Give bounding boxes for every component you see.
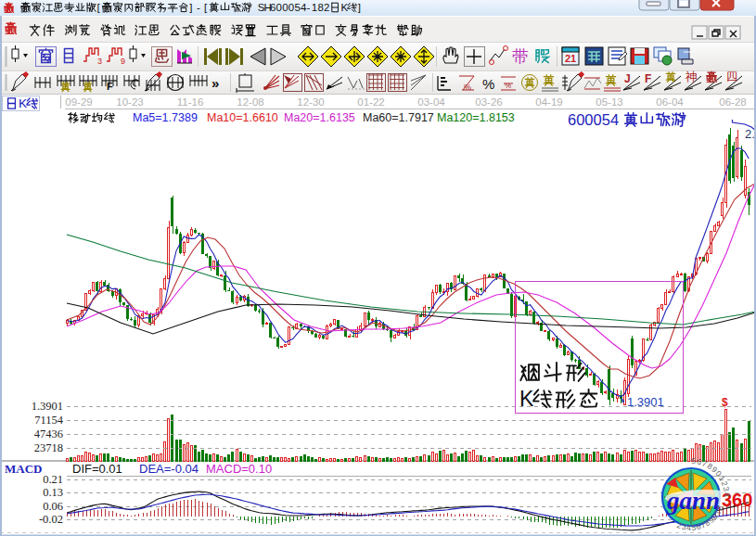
svg-text:12-30: 12-30 xyxy=(297,96,324,108)
svg-text:Ma60=1.7917: Ma60=1.7917 xyxy=(363,111,434,124)
svg-text:1.3901: 1.3901 xyxy=(32,400,63,413)
svg-text:DEA=-0.04: DEA=-0.04 xyxy=(139,462,199,476)
svg-text:$: $ xyxy=(722,396,728,409)
svg-text:05-13: 05-13 xyxy=(596,96,622,108)
svg-text:神: 神 xyxy=(685,70,698,83)
svg-text:1.3901: 1.3901 xyxy=(627,395,664,409)
svg-text:01-22: 01-22 xyxy=(357,96,384,108)
svg-text:10-23: 10-23 xyxy=(116,96,143,108)
svg-text:21: 21 xyxy=(565,53,576,64)
svg-text:[: [ xyxy=(204,2,208,13)
svg-text:Ma20=1.6135: Ma20=1.6135 xyxy=(284,111,355,124)
svg-text:23718: 23718 xyxy=(34,441,63,454)
svg-text:%: % xyxy=(464,83,471,92)
svg-text:DIF=0.01: DIF=0.01 xyxy=(72,462,122,476)
svg-text:J: J xyxy=(624,72,631,85)
svg-text:K: K xyxy=(340,2,348,13)
svg-text:-: - xyxy=(197,2,200,13)
svg-text:03-04: 03-04 xyxy=(417,96,445,108)
svg-text:06-04: 06-04 xyxy=(656,96,684,108)
svg-text:567890123456: 567890123456 xyxy=(0,0,732,498)
svg-text:71154: 71154 xyxy=(34,414,64,427)
svg-text:]: ] xyxy=(358,2,361,13)
svg-text:0: 0 xyxy=(288,2,294,13)
svg-text:0: 0 xyxy=(276,2,282,13)
svg-text:8: 8 xyxy=(317,2,323,13)
svg-text:K: K xyxy=(19,96,27,110)
svg-text:%: % xyxy=(505,82,511,90)
svg-text:Ma5=1.7389: Ma5=1.7389 xyxy=(133,111,198,124)
svg-text:MACD: MACD xyxy=(5,462,42,476)
svg-text:0: 0 xyxy=(282,2,288,13)
svg-text:-0.02: -0.02 xyxy=(39,513,63,526)
svg-text:0.21: 0.21 xyxy=(43,473,63,486)
svg-text:%: % xyxy=(482,76,494,92)
svg-text:[: [ xyxy=(97,2,101,13)
svg-text:MACD=0.10: MACD=0.10 xyxy=(206,462,272,476)
svg-text:11-16: 11-16 xyxy=(177,96,204,108)
svg-text:带: 带 xyxy=(512,47,529,66)
svg-text:Ma120=1.8153: Ma120=1.8153 xyxy=(437,111,515,124)
svg-text:2: 2 xyxy=(324,2,329,13)
svg-text:]: ] xyxy=(189,2,192,13)
svg-text:-: - xyxy=(307,2,311,13)
svg-text:03-26: 03-26 xyxy=(475,96,502,108)
svg-text:3: 3 xyxy=(97,57,102,66)
svg-text:»: » xyxy=(211,75,219,91)
svg-text:四: 四 xyxy=(726,70,738,83)
svg-text:Ma10=1.6610: Ma10=1.6610 xyxy=(207,111,278,124)
svg-text:0.13: 0.13 xyxy=(43,486,63,499)
svg-text:1: 1 xyxy=(312,2,317,13)
svg-text:5: 5 xyxy=(294,2,300,13)
svg-text:K: K xyxy=(519,387,534,411)
svg-text:2.: 2. xyxy=(745,127,755,141)
svg-text:gann: gann xyxy=(666,487,720,515)
svg-text:0.06: 0.06 xyxy=(43,500,63,513)
svg-text:9: 9 xyxy=(121,57,125,66)
svg-text:600054: 600054 xyxy=(568,111,619,128)
svg-text:06-28: 06-28 xyxy=(719,96,746,108)
svg-text:F: F xyxy=(645,72,651,85)
svg-text:04-19: 04-19 xyxy=(535,96,562,108)
svg-text:09-29: 09-29 xyxy=(65,96,92,108)
svg-text:6: 6 xyxy=(270,2,275,13)
svg-text:12-08: 12-08 xyxy=(237,96,263,108)
svg-text:F: F xyxy=(107,81,113,92)
svg-text:47436: 47436 xyxy=(34,428,63,440)
